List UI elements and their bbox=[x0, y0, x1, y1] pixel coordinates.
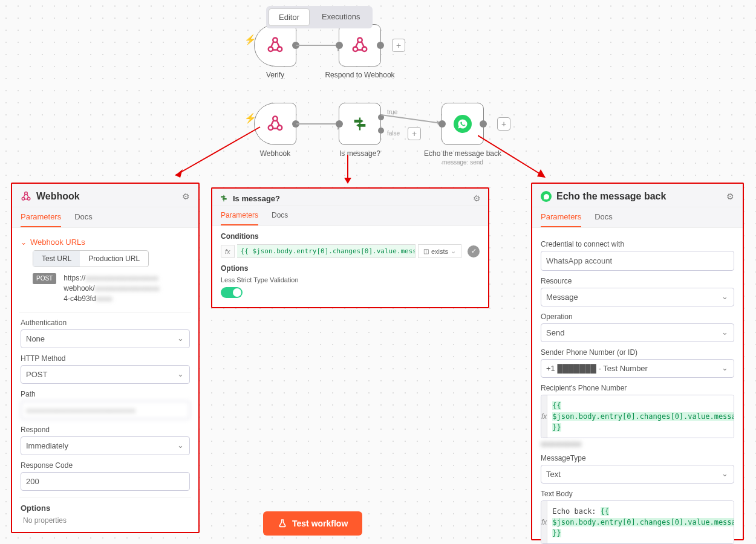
respond-select[interactable]: Immediately bbox=[21, 436, 190, 455]
node-verify[interactable]: Verify bbox=[254, 24, 296, 66]
signpost-icon bbox=[351, 115, 368, 132]
fx-badge: fx bbox=[541, 501, 547, 543]
fx-badge[interactable]: fx bbox=[221, 245, 235, 258]
add-node-button[interactable]: + bbox=[497, 117, 510, 131]
resource-select[interactable]: Message bbox=[541, 288, 734, 306]
panel-title: Echo the message back bbox=[556, 191, 666, 202]
panel-title: Is message? bbox=[233, 194, 280, 203]
tab-executions[interactable]: Executions bbox=[312, 8, 370, 26]
webhook-urls-section[interactable]: ⌄ Webhook URLs bbox=[21, 238, 190, 247]
options-label: Options bbox=[21, 504, 190, 513]
gear-icon[interactable]: ⚙ bbox=[726, 192, 734, 201]
recipient-expression-input[interactable]: fx {{ $json.body.entry[0].changes[0].val… bbox=[541, 395, 734, 438]
node-label: Verify bbox=[266, 71, 284, 79]
signpost-icon bbox=[220, 194, 228, 202]
field-label: MessageType bbox=[541, 454, 734, 462]
path-input[interactable]: aaaaaaaaaaaaaaaaaaaaaaaaa bbox=[21, 401, 190, 419]
webhook-url-display: POST https://aaaaaaaaaaaaaaaaaa webhook/… bbox=[33, 273, 190, 303]
add-node-button[interactable]: + bbox=[392, 39, 405, 52]
field-label: Sender Phone Number (or ID) bbox=[541, 348, 734, 357]
tab-parameters[interactable]: Parameters bbox=[541, 212, 581, 227]
option-toggle-label: Less Strict Type Validation bbox=[221, 276, 480, 283]
less-strict-toggle[interactable] bbox=[221, 287, 243, 298]
whatsapp-icon bbox=[541, 191, 552, 202]
connector: ▸ bbox=[296, 123, 339, 125]
field-label: Path bbox=[21, 390, 190, 398]
test-url-button[interactable]: Test URL bbox=[33, 251, 80, 267]
webhook-icon bbox=[266, 36, 284, 54]
echo-panel: Echo the message back ⚙ Parameters Docs … bbox=[531, 183, 744, 540]
svg-marker-12 bbox=[175, 169, 183, 178]
field-label: Respond bbox=[21, 426, 190, 434]
fx-badge: fx bbox=[541, 395, 547, 438]
test-workflow-button[interactable]: Test workflow bbox=[263, 511, 362, 536]
flask-icon bbox=[278, 519, 287, 528]
tab-docs[interactable]: Docs bbox=[272, 211, 288, 225]
panel-title: Webhook bbox=[36, 191, 80, 202]
field-label: Operation bbox=[541, 312, 734, 321]
field-label: Credential to connect with bbox=[541, 240, 734, 248]
condition-status-icon: ✓ bbox=[468, 245, 480, 257]
connector: ▸ bbox=[296, 45, 339, 46]
workflow-canvas[interactable]: Editor Executions ⚡ Verify ▸ Respond to … bbox=[0, 0, 756, 544]
node-respond[interactable]: Respond to Webhook bbox=[339, 24, 381, 66]
tab-parameters[interactable]: Parameters bbox=[21, 212, 61, 227]
svg-marker-13 bbox=[344, 178, 351, 184]
message-type-select[interactable]: Text bbox=[541, 465, 734, 484]
is-message-panel: Is message? ⚙ Parameters Docs Conditions… bbox=[211, 187, 489, 308]
condition-expression-input[interactable]: {{ $json.body.entry[0].changes[0].value.… bbox=[237, 244, 415, 258]
node-is-message[interactable]: Is message? bbox=[339, 103, 381, 145]
node-label: Respond to Webhook bbox=[325, 71, 394, 79]
webhook-icon bbox=[351, 36, 369, 54]
sender-select[interactable]: +1 ███████ - Test Number bbox=[541, 359, 734, 378]
field-label: HTTP Method bbox=[21, 354, 190, 363]
gear-icon[interactable]: ⚙ bbox=[182, 192, 190, 201]
view-tabs: Editor Executions bbox=[266, 6, 373, 28]
field-label: Text Body bbox=[541, 490, 734, 498]
tab-parameters[interactable]: Parameters bbox=[221, 211, 258, 225]
options-empty: No properties bbox=[21, 513, 190, 528]
edge-label-false: false bbox=[387, 130, 400, 137]
chevron-down-icon: ⌄ bbox=[21, 238, 27, 247]
recipient-preview: 00000000000 bbox=[541, 441, 734, 448]
add-node-button[interactable]: + bbox=[408, 127, 421, 140]
gear-icon[interactable]: ⚙ bbox=[473, 193, 481, 203]
condition-row: fx {{ $json.body.entry[0].changes[0].val… bbox=[221, 244, 480, 258]
webhook-icon bbox=[266, 115, 284, 133]
tab-docs[interactable]: Docs bbox=[74, 212, 93, 227]
webhook-icon bbox=[21, 191, 31, 202]
node-sublabel: message: send bbox=[442, 159, 483, 166]
connector bbox=[381, 112, 442, 125]
http-method-select[interactable]: POST bbox=[21, 365, 190, 384]
webhook-panel: Webhook ⚙ Parameters Docs ⌄ Webhook URLs… bbox=[11, 183, 200, 533]
field-label: Recipient's Phone Number bbox=[541, 384, 734, 392]
operation-select[interactable]: Send bbox=[541, 323, 734, 342]
field-label: Authentication bbox=[21, 319, 190, 327]
options-label: Options bbox=[221, 264, 480, 273]
whatsapp-icon bbox=[454, 115, 472, 133]
response-code-input[interactable]: 200 bbox=[21, 472, 190, 491]
method-badge: POST bbox=[33, 273, 56, 284]
conditions-label: Conditions bbox=[221, 232, 480, 241]
svg-line-10 bbox=[381, 115, 442, 123]
tab-editor[interactable]: Editor bbox=[269, 8, 310, 26]
tab-docs[interactable]: Docs bbox=[595, 212, 613, 227]
field-label: Response Code bbox=[21, 461, 190, 470]
text-body-expression-input[interactable]: fx Echo back: {{ $json.body.entry[0].cha… bbox=[541, 500, 734, 544]
condition-operator-select[interactable]: ◫ exists ⌄ bbox=[418, 244, 461, 258]
field-label: Resource bbox=[541, 277, 734, 285]
credential-select[interactable]: WhatsApp account bbox=[541, 251, 734, 271]
production-url-button[interactable]: Production URL bbox=[80, 251, 148, 267]
url-toggle: Test URL Production URL bbox=[33, 250, 149, 267]
authentication-select[interactable]: None bbox=[21, 329, 190, 348]
